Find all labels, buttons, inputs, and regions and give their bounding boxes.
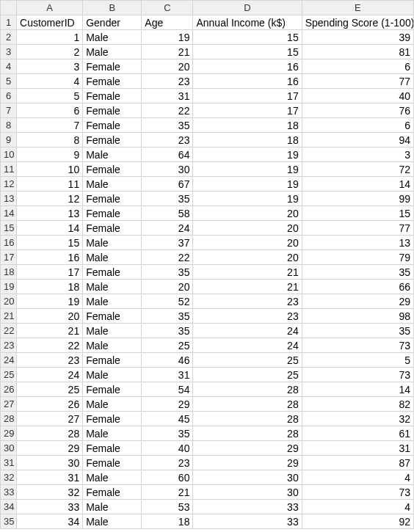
cell-age[interactable]: 46	[142, 353, 193, 368]
cell-gender[interactable]: Female	[83, 74, 142, 89]
cell-gender[interactable]: Male	[83, 470, 142, 485]
cell-gender[interactable]: Female	[83, 265, 142, 280]
cell-age[interactable]: 24	[142, 221, 193, 236]
cell-age[interactable]: 64	[142, 147, 193, 162]
cell-score[interactable]: 13	[302, 236, 413, 250]
cell-income[interactable]: 15	[193, 45, 302, 59]
cell-income[interactable]: 23	[193, 294, 302, 309]
cell-customerid[interactable]: 4	[17, 74, 83, 89]
cell-income[interactable]: 28	[193, 397, 302, 412]
cell-gender[interactable]: Male	[83, 236, 142, 250]
cell-score[interactable]: 82	[302, 397, 413, 412]
cell-score[interactable]: 77	[302, 74, 413, 89]
cell-score[interactable]: 99	[302, 192, 413, 206]
cell-customerid[interactable]: 30	[17, 456, 83, 470]
cell-customerid[interactable]: 24	[17, 368, 83, 382]
row-header-22[interactable]: 22	[1, 324, 17, 338]
cell-score[interactable]: 15	[302, 206, 413, 221]
cell-customerid[interactable]: 23	[17, 353, 83, 368]
row-header-21[interactable]: 21	[1, 309, 17, 324]
cell-gender[interactable]: Male	[83, 426, 142, 441]
cell-income[interactable]: 21	[193, 280, 302, 294]
cell-income[interactable]: 28	[193, 412, 302, 426]
cell-age[interactable]: 21	[142, 485, 193, 500]
row-header-27[interactable]: 27	[1, 397, 17, 412]
cell-gender[interactable]: Male	[83, 294, 142, 309]
cell-customerid[interactable]: 12	[17, 192, 83, 206]
cell-gender[interactable]: Male	[83, 368, 142, 382]
cell-age[interactable]: 35	[142, 118, 193, 133]
row-header-32[interactable]: 32	[1, 470, 17, 485]
row-header-15[interactable]: 15	[1, 221, 17, 236]
cell-customerid[interactable]: 32	[17, 485, 83, 500]
cell-gender[interactable]: Female	[83, 456, 142, 470]
cell-customerid[interactable]: 20	[17, 309, 83, 324]
col-header-D[interactable]: D	[193, 1, 302, 15]
cell-score[interactable]: 6	[302, 59, 413, 74]
row-header-26[interactable]: 26	[1, 382, 17, 397]
cell-score[interactable]: 94	[302, 133, 413, 147]
cell-score[interactable]: 29	[302, 294, 413, 309]
cell-age[interactable]: 29	[142, 397, 193, 412]
cell-income[interactable]: 33	[193, 500, 302, 514]
cell-customerid[interactable]: 10	[17, 162, 83, 177]
cell-D1[interactable]: Annual Income (k$)	[193, 15, 302, 30]
row-header-24[interactable]: 24	[1, 353, 17, 368]
cell-gender[interactable]: Female	[83, 118, 142, 133]
cell-score[interactable]: 3	[302, 147, 413, 162]
cell-income[interactable]: 19	[193, 177, 302, 192]
cell-age[interactable]: 23	[142, 456, 193, 470]
cell-customerid[interactable]: 13	[17, 206, 83, 221]
col-header-A[interactable]: A	[17, 1, 83, 15]
cell-customerid[interactable]: 9	[17, 147, 83, 162]
cell-income[interactable]: 24	[193, 338, 302, 353]
cell-income[interactable]: 24	[193, 324, 302, 338]
cell-age[interactable]: 52	[142, 294, 193, 309]
cell-age[interactable]: 58	[142, 206, 193, 221]
cell-gender[interactable]: Male	[83, 324, 142, 338]
row-header-25[interactable]: 25	[1, 368, 17, 382]
cell-gender[interactable]: Female	[83, 309, 142, 324]
cell-age[interactable]: 67	[142, 177, 193, 192]
cell-gender[interactable]: Male	[83, 147, 142, 162]
cell-age[interactable]: 18	[142, 514, 193, 529]
cell-income[interactable]: 17	[193, 103, 302, 118]
cell-income[interactable]: 19	[193, 192, 302, 206]
cell-age[interactable]: 21	[142, 45, 193, 59]
cell-gender[interactable]: Female	[83, 133, 142, 147]
cell-gender[interactable]: Male	[83, 250, 142, 265]
cell-gender[interactable]: Male	[83, 397, 142, 412]
row-header-5[interactable]: 5	[1, 74, 17, 89]
cell-income[interactable]: 15	[193, 30, 302, 45]
cell-age[interactable]: 22	[142, 103, 193, 118]
cell-age[interactable]: 25	[142, 338, 193, 353]
cell-gender[interactable]: Male	[83, 500, 142, 514]
cell-score[interactable]: 72	[302, 162, 413, 177]
cell-score[interactable]: 35	[302, 324, 413, 338]
cell-age[interactable]: 22	[142, 250, 193, 265]
cell-age[interactable]: 30	[142, 162, 193, 177]
cell-customerid[interactable]: 2	[17, 45, 83, 59]
cell-score[interactable]: 77	[302, 221, 413, 236]
cell-income[interactable]: 25	[193, 368, 302, 382]
col-header-C[interactable]: C	[142, 1, 193, 15]
cell-income[interactable]: 20	[193, 221, 302, 236]
cell-income[interactable]: 18	[193, 118, 302, 133]
cell-age[interactable]: 35	[142, 324, 193, 338]
cell-customerid[interactable]: 34	[17, 514, 83, 529]
row-header-35[interactable]: 35	[1, 514, 17, 529]
cell-age[interactable]: 20	[142, 59, 193, 74]
cell-gender[interactable]: Female	[83, 221, 142, 236]
cell-customerid[interactable]: 22	[17, 338, 83, 353]
cell-customerid[interactable]: 5	[17, 89, 83, 103]
cell-income[interactable]: 30	[193, 485, 302, 500]
cell-age[interactable]: 45	[142, 412, 193, 426]
cell-age[interactable]: 35	[142, 265, 193, 280]
cell-gender[interactable]: Male	[83, 177, 142, 192]
cell-age[interactable]: 23	[142, 133, 193, 147]
row-header-19[interactable]: 19	[1, 280, 17, 294]
cell-score[interactable]: 31	[302, 441, 413, 456]
cell-score[interactable]: 32	[302, 412, 413, 426]
cell-income[interactable]: 29	[193, 456, 302, 470]
cell-gender[interactable]: Female	[83, 353, 142, 368]
